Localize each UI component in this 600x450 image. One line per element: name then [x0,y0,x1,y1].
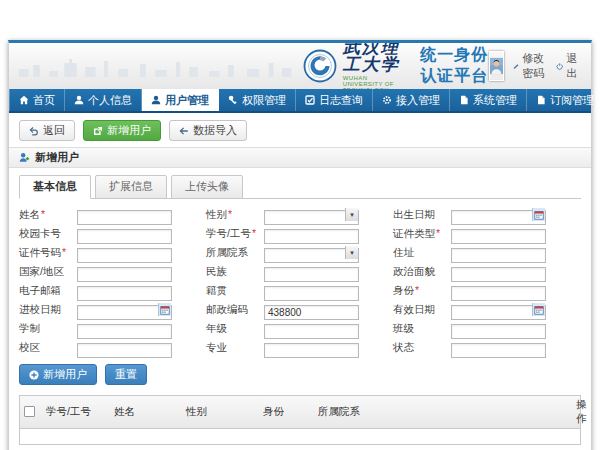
calendar-button[interactable] [158,303,171,316]
tab-upload-avatar[interactable]: 上传头像 [171,175,243,199]
field-label-text: 学号/工号 [206,227,251,239]
required-marker: * [415,284,419,296]
field-control [451,226,546,241]
field-control [451,340,546,355]
id-type-input[interactable] [451,229,546,244]
form-tabs: 基本信息扩展信息上传头像 [19,175,581,199]
select-all-checkbox[interactable] [24,406,35,417]
native-place-input[interactable] [264,286,359,301]
university-name-en: WUHAN UNIVERSITY OF TECHNOLOGY [343,75,407,89]
section-title: 新增用户 [35,150,79,165]
back-button[interactable]: 返回 [19,120,75,141]
new-user-form: 姓名*性别*▾出生日期校园卡号学号/工号*证件类型*证件号码*所属院系▾住址国家… [9,199,591,360]
name-input[interactable] [77,210,172,225]
field-label: 电子邮箱 [19,284,77,298]
data-import-button[interactable]: 数据导入 [169,120,247,141]
import-icon [179,126,189,136]
field-grade: 年级 [206,321,359,336]
address-input[interactable] [451,248,546,263]
field-postal-code: 邮政编码 [206,302,359,317]
main-window: 武汉理工大学 WUHAN UNIVERSITY OF TECHNOLOGY 统一… [8,40,592,450]
campus-input[interactable] [77,343,172,358]
nav-item-permission-mgmt[interactable]: 权限管理 [219,89,296,111]
logout-link[interactable]: 退出 [556,51,581,81]
field-label: 专业 [206,341,264,355]
field-label-text: 电子邮箱 [19,284,61,296]
required-marker: * [228,208,232,220]
field-control: ▾ [264,207,359,222]
column-header-identity: 身份 [259,396,314,429]
user-avatar [489,51,504,81]
student-id-input[interactable] [264,229,359,244]
new-user-button[interactable]: 新增用户 [83,120,161,141]
nav-item-system-mgmt[interactable]: 系统管理 [450,89,527,111]
nav-item-subscription-mgmt[interactable]: 订阅管理 [527,89,600,111]
field-label-text: 年级 [206,322,227,334]
field-identity: 身份* [393,283,546,298]
nav-item-home[interactable]: 首页 [9,89,65,111]
home-icon [19,95,29,105]
nav-item-access-mgmt[interactable]: 接入管理 [373,89,450,111]
change-password-link[interactable]: 修改密码 [513,51,547,81]
field-label: 政治面貌 [393,265,451,279]
id-number-input[interactable] [77,248,172,263]
country-input[interactable] [77,267,172,282]
grade-input[interactable] [264,324,359,339]
field-label-text: 政治面貌 [393,265,435,277]
field-entry-date: 进校日期 [19,302,172,317]
field-label: 证件号码* [19,246,77,260]
reset-button[interactable]: 重置 [105,364,147,385]
column-header-student-id: 学号/工号 [42,396,110,429]
identity-input[interactable] [451,286,546,301]
calendar-button[interactable] [532,303,545,316]
field-label: 学制 [19,322,77,336]
doc-icon [536,95,546,105]
major-input[interactable] [264,343,359,358]
email-input[interactable] [77,286,172,301]
app-header: 武汉理工大学 WUHAN UNIVERSITY OF TECHNOLOGY 统一… [9,43,591,89]
field-birth-date: 出生日期 [393,207,546,222]
field-political-status: 政治面貌 [393,264,546,279]
field-label-text: 民族 [206,265,227,277]
column-header-department: 所属院系 [314,396,572,429]
user-icon [151,95,161,105]
field-label-text: 邮政编码 [206,303,248,315]
ethnicity-input[interactable] [264,267,359,282]
key-icon [228,95,238,105]
university-logo [303,49,337,83]
dropdown-button[interactable]: ▾ [345,246,358,259]
field-label: 性别* [206,208,264,222]
status-input[interactable] [451,343,546,358]
field-label: 所属院系 [206,246,264,260]
nav-item-user-mgmt[interactable]: 用户管理 [142,89,219,111]
field-major: 专业 [206,340,359,355]
empty-cell [572,429,580,444]
dropdown-button[interactable]: ▾ [345,208,358,221]
user-table: 学号/工号姓名性别身份所属院系操作 [20,396,580,444]
field-control [451,245,546,260]
nav-item-profile[interactable]: 个人信息 [65,89,142,111]
field-label: 身份* [393,284,451,298]
class-input[interactable] [451,324,546,339]
submit-new-user-button[interactable]: 新增用户 [19,364,97,385]
field-label-text: 证件类型 [393,227,435,239]
field-control [77,321,172,336]
field-control [451,264,546,279]
tab-extended-info[interactable]: 扩展信息 [95,175,167,199]
plus-icon [29,370,39,380]
field-label: 籍贯 [206,284,264,298]
field-label-text: 状态 [393,341,414,353]
new-user-button-label: 新增用户 [107,123,151,138]
tab-basic-info[interactable]: 基本信息 [19,175,91,199]
field-control [77,207,172,222]
field-label-text: 国家/地区 [19,265,64,277]
calendar-button[interactable] [532,208,545,221]
political-status-input[interactable] [451,267,546,282]
duration-input[interactable] [77,324,172,339]
field-control [264,264,359,279]
campus-card-input[interactable] [77,229,172,244]
field-control [264,283,359,298]
nav-item-log-query[interactable]: 日志查询 [296,89,373,111]
postal-code-input[interactable] [264,305,359,320]
calendar-icon [534,210,544,220]
